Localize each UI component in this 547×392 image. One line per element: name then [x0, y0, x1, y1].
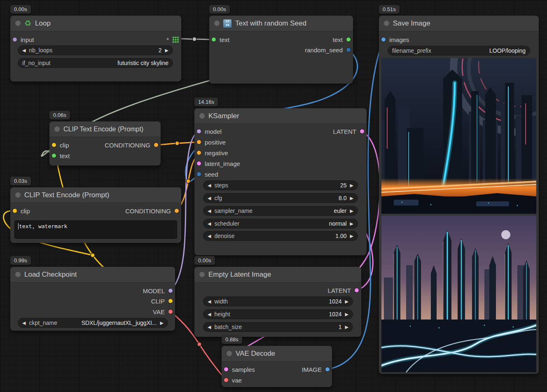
filename-prefix-field[interactable]: filename_prefix LOOP/looping — [388, 46, 530, 56]
stepper-left-arrow-icon[interactable]: ◀ — [22, 321, 26, 325]
text-port-dot[interactable] — [52, 154, 56, 158]
stepper-left-arrow-icon[interactable]: ◀ — [208, 325, 211, 329]
node-clip-text-encode-positive[interactable]: 0.06s CLIP Text Encode (Prompt) clip CON… — [49, 121, 161, 166]
clip-port-dot[interactable] — [168, 299, 173, 303]
stepper-right-arrow-icon[interactable]: ▶ — [160, 321, 164, 325]
output-slot[interactable]: IMAGE — [302, 366, 332, 373]
input-slot[interactable]: text — [209, 36, 229, 43]
stepper-right-arrow-icon[interactable]: ▶ — [350, 183, 353, 188]
output-slot[interactable]: LATENT — [333, 128, 367, 135]
vae-port-dot[interactable] — [168, 310, 173, 314]
node-loop[interactable]: 0.00s ♻ Loop input * ◀ nb_loops 2 ▶ if_n… — [10, 16, 181, 82]
output-slot[interactable]: MODEL — [143, 287, 175, 294]
stepper-right-arrow-icon[interactable]: ▶ — [350, 222, 353, 226]
node-titlebar[interactable]: ♻ Loop — [10, 16, 181, 31]
output-slot[interactable]: CONDITIONING — [105, 142, 161, 149]
collapse-dot[interactable] — [214, 21, 220, 26]
input-slot[interactable]: latent_image — [194, 160, 240, 167]
collapse-dot[interactable] — [54, 126, 60, 132]
node-titlebar[interactable]: CLIP Text Encode (Prompt) — [49, 121, 161, 137]
collapse-dot[interactable] — [227, 351, 232, 356]
node-titlebar[interactable]: VAE Decode — [222, 346, 332, 362]
input-slot[interactable]: seed — [194, 171, 218, 178]
text-port-dot[interactable] — [212, 37, 216, 42]
image-port-dot[interactable] — [325, 367, 330, 371]
stepper-right-arrow-icon[interactable]: ▶ — [350, 234, 353, 238]
link-midpoint-dot[interactable] — [192, 37, 196, 41]
collapse-dot[interactable] — [15, 192, 21, 198]
batch-size-stepper[interactable]: ◀ batch_size 1 ▶ — [203, 322, 353, 332]
clip-port-dot[interactable] — [52, 143, 56, 147]
scheduler-combo[interactable]: ◀ scheduler normal ▶ — [203, 219, 358, 229]
stepper-left-arrow-icon[interactable]: ◀ — [208, 234, 211, 238]
seed-port-dot[interactable] — [197, 172, 201, 176]
stepper-left-arrow-icon[interactable]: ◀ — [208, 312, 211, 317]
link-midpoint-dot[interactable] — [91, 253, 95, 257]
ckpt-name-combo[interactable]: ◀ ckpt_name SDXL/juggernautXL_juggXI... … — [18, 318, 168, 328]
latent-port-dot[interactable] — [355, 288, 359, 292]
conditioning-port-dot[interactable] — [175, 209, 179, 213]
link-midpoint-dot[interactable] — [197, 342, 201, 346]
node-titlebar[interactable]: KSampler — [194, 108, 367, 124]
stepper-left-arrow-icon[interactable]: ◀ — [208, 299, 211, 304]
input-slot[interactable]: input — [10, 36, 34, 43]
node-empty-latent-image[interactable]: 0.00s Empty Latent Image LATENT ◀ width … — [194, 267, 361, 337]
link-midpoint-dot[interactable] — [175, 141, 179, 145]
conditioning-port-dot[interactable] — [197, 151, 201, 155]
collapse-dot[interactable] — [15, 21, 21, 26]
conditioning-port-dot[interactable] — [197, 140, 201, 144]
model-port-dot[interactable] — [197, 129, 201, 133]
stepper-right-arrow-icon[interactable]: ▶ — [350, 209, 353, 213]
conditioning-port-dot[interactable] — [154, 143, 158, 147]
nb-loops-stepper[interactable]: ◀ nb_loops 2 ▶ — [18, 45, 173, 55]
text-port-dot[interactable] — [346, 37, 351, 42]
output-slot[interactable]: LATENT — [328, 287, 361, 294]
stepper-left-arrow-icon[interactable]: ◀ — [208, 209, 211, 213]
input-slot[interactable]: vae — [222, 377, 242, 384]
stepper-right-arrow-icon[interactable]: ▶ — [350, 196, 353, 201]
input-port-dot[interactable] — [13, 37, 17, 42]
input-slot[interactable]: text — [49, 152, 70, 159]
link-midpoint-dot[interactable] — [186, 179, 190, 183]
output-slot[interactable]: VAE — [153, 308, 175, 315]
node-load-checkpoint[interactable]: 0.99s Load Checkpoint MODEL CLIP VAE ◀ c… — [10, 267, 175, 331]
output-slot[interactable]: CONDITIONING — [125, 208, 181, 215]
input-slot[interactable]: samples — [222, 366, 255, 373]
latent-port-dot[interactable] — [360, 129, 364, 133]
output-slot[interactable]: text — [333, 36, 353, 43]
stepper-left-arrow-icon[interactable]: ◀ — [22, 48, 26, 53]
output-slot[interactable]: * — [166, 36, 181, 43]
stepper-right-arrow-icon[interactable]: ▶ — [345, 325, 348, 329]
vae-port-dot[interactable] — [224, 378, 228, 382]
node-titlebar[interactable]: Load Checkpoint — [10, 267, 175, 282]
stepper-left-arrow-icon[interactable]: ◀ — [208, 183, 211, 188]
stepper-right-arrow-icon[interactable]: ▶ — [165, 48, 168, 53]
node-titlebar[interactable]: Save Image — [379, 16, 539, 31]
input-slot[interactable]: model — [194, 128, 222, 135]
comfyui-canvas[interactable]: { "icons": { "stepper_left": "◀", "stepp… — [0, 0, 547, 392]
node-save-image[interactable]: 0.51s Save Image images filename_prefix … — [379, 16, 539, 374]
stepper-right-arrow-icon[interactable]: ▶ — [345, 312, 348, 317]
clip-port-dot[interactable] — [13, 209, 17, 213]
collapse-dot[interactable] — [15, 272, 21, 277]
node-ksampler[interactable]: 14.16s KSampler model LATENT positive ne… — [194, 108, 367, 255]
output-slot[interactable]: CLIP — [151, 298, 175, 305]
denoise-stepper[interactable]: ◀ denoise 1.00 ▶ — [203, 231, 358, 241]
steps-stepper[interactable]: ◀ steps 25 ▶ — [203, 180, 358, 190]
cfg-stepper[interactable]: ◀ cfg 8.0 ▶ — [203, 193, 358, 203]
grid-output-icon[interactable] — [173, 37, 179, 43]
model-port-dot[interactable] — [168, 289, 173, 293]
node-titlebar[interactable]: Empty Latent Image — [194, 267, 361, 282]
if-no-input-combo[interactable]: if_no_input futuristic city skyline — [18, 58, 173, 68]
latent-port-dot[interactable] — [224, 367, 228, 371]
height-stepper[interactable]: ◀ height 1024 ▶ — [203, 309, 353, 319]
node-titlebar[interactable]: CLIP Text Encode (Prompt) — [10, 187, 181, 203]
sampler-name-combo[interactable]: ◀ sampler_name euler ▶ — [203, 206, 358, 216]
seed-port-dot[interactable] — [346, 48, 351, 52]
stepper-left-arrow-icon[interactable]: ◀ — [208, 222, 211, 226]
node-text-with-random-seed[interactable]: 0.00s 12 34 Text with random Seed text t… — [209, 16, 353, 84]
node-vae-decode[interactable]: 0.88s VAE Decode samples IMAGE vae — [222, 346, 332, 387]
stepper-left-arrow-icon[interactable]: ◀ — [208, 196, 211, 201]
input-slot[interactable]: images — [379, 36, 409, 43]
input-slot[interactable]: negative — [194, 149, 228, 156]
